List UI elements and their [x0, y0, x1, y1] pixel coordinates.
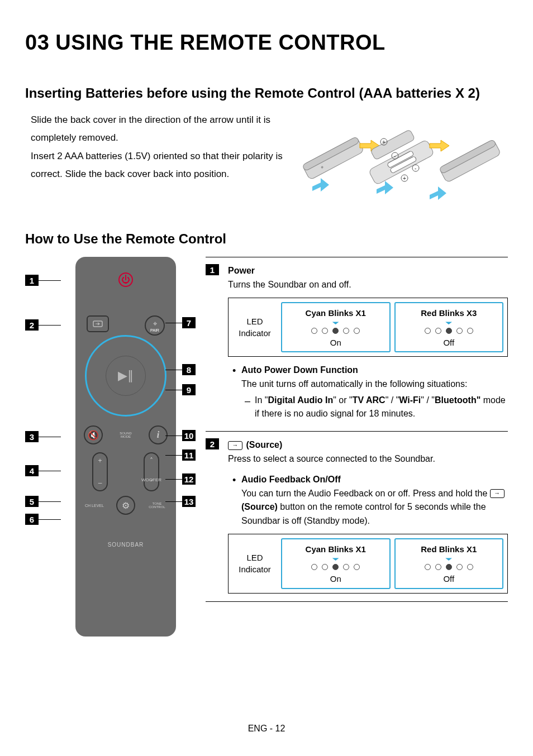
- callout-9: 9: [165, 384, 196, 395]
- led-panel-on: Cyan Blinks X1 ▼ On: [281, 302, 391, 353]
- mute-icon: 🔇: [84, 425, 103, 444]
- led-indicator-box-2: LED Indicator Cyan Blinks X1 ▼ On Red Bl…: [228, 534, 508, 594]
- volume-rocker: +–: [92, 452, 108, 491]
- woofer-label: WOOFER: [135, 477, 168, 482]
- callout-13: 13: [165, 496, 196, 507]
- callout-3: 3: [25, 431, 61, 442]
- dpad-ring: ▶∥: [85, 335, 166, 417]
- led2-panel-off: Red Blinks X1 ▼ Off: [394, 538, 504, 589]
- desc-num-1: 1: [206, 264, 219, 275]
- callout-6: 6: [25, 514, 61, 525]
- audio-feedback: Audio Feedback On/Off You can turn the A…: [228, 473, 508, 528]
- svg-text:-: -: [415, 165, 416, 171]
- descriptions: 1 Power Turns the Soundbar on and off. L…: [206, 257, 508, 602]
- ch-level-label: CH LEVEL: [82, 496, 107, 515]
- power-icon: ⏻: [118, 272, 133, 287]
- battery-para-1: Slide the back cover in the direction of…: [31, 111, 290, 147]
- callout-7: 7: [165, 317, 196, 328]
- brand-label: SOUNDBAR: [108, 542, 144, 548]
- callout-11: 11: [165, 449, 196, 461]
- svg-text:+: +: [403, 175, 406, 181]
- svg-marker-19: [312, 178, 329, 192]
- play-pause-icon: ▶∥: [106, 356, 146, 396]
- page-footer: ENG - 12: [0, 724, 533, 734]
- led-label-2: Indicator: [239, 327, 271, 339]
- led2-panel-on: Cyan Blinks X1 ▼ On: [281, 538, 391, 589]
- sound-mode-button: SOUND MODE: [116, 425, 135, 444]
- led2-label-2: Indicator: [239, 563, 271, 575]
- led-label-1: LED: [246, 315, 263, 327]
- callout-8: 8: [165, 364, 196, 375]
- info-icon: i: [149, 425, 168, 444]
- desc-num-2: 2: [206, 438, 219, 449]
- led2-label-1: LED: [246, 552, 263, 563]
- section-heading-batteries: Inserting Batteries before using the Rem…: [25, 85, 508, 101]
- source-icon: [228, 441, 242, 450]
- woofer-rocker: ˄˅: [144, 452, 159, 491]
- callout-4: 4: [25, 465, 61, 476]
- desc-title-power: Power: [228, 264, 508, 278]
- desc-text-source: Press to select a source connected to th…: [228, 452, 508, 466]
- svg-marker-21: [430, 186, 446, 200]
- auto-power-down: Auto Power Down Function The unit turns …: [228, 363, 508, 421]
- svg-text:-: -: [394, 153, 396, 159]
- source-icon-inline: [490, 489, 505, 498]
- callout-12: 12: [165, 473, 196, 485]
- svg-marker-16: [430, 140, 449, 151]
- apd-condition: In "Digital Audio In" or "TV ARC" / "Wi-…: [241, 394, 508, 422]
- desc-text-power: Turns the Soundbar on and off.: [228, 278, 508, 292]
- description-item-2: 2 (Source) Press to select a source conn…: [206, 432, 508, 601]
- remote-diagram: ⏻ ⌖ PAIR ▶∥ 🔇 SOUND MODE i +– ˄˅ WOOFER: [25, 257, 196, 648]
- led-panel-off: Red Blinks X3 ▼ Off: [394, 302, 504, 353]
- section-heading-usage: How to Use the Remote Control: [25, 231, 508, 247]
- callout-5: 5: [25, 496, 61, 507]
- source-button-icon: [87, 315, 109, 332]
- battery-instructions: Slide the back cover in the direction of…: [25, 111, 290, 206]
- battery-para-2: Insert 2 AAA batteries (1.5V) oriented s…: [31, 147, 290, 184]
- desc-title-source: (Source): [228, 438, 508, 452]
- callout-1: 1: [25, 275, 61, 286]
- pair-button-icon: ⌖ PAIR: [145, 315, 165, 336]
- battery-section: Slide the back cover in the direction of…: [25, 111, 508, 206]
- page-title: 03 USING THE REMOTE CONTROL: [25, 31, 508, 55]
- callout-10: 10: [165, 430, 196, 441]
- callout-2: 2: [25, 319, 61, 331]
- svg-text:+: +: [382, 139, 386, 145]
- gear-icon: ⚙: [116, 496, 135, 515]
- battery-illustration: + - - +: [301, 111, 508, 206]
- led-indicator-box: LED Indicator Cyan Blinks X1 ▼ On Red Bl…: [228, 298, 508, 357]
- description-item-1: 1 Power Turns the Soundbar on and off. L…: [206, 257, 508, 432]
